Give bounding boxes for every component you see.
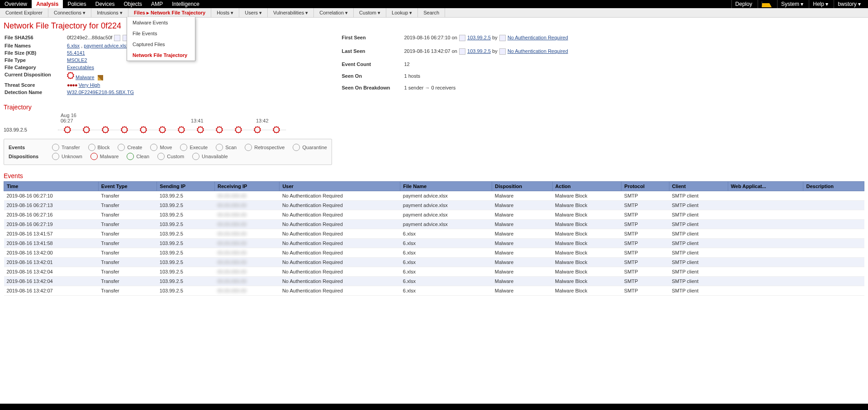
trajectory-node[interactable]: [96, 126, 115, 133]
trajectory-node[interactable]: [153, 126, 172, 133]
disp-link[interactable]: Malware: [76, 75, 95, 80]
subnav-item[interactable]: Files ▸ Network File Trajectory: [128, 8, 211, 17]
events-col-header[interactable]: File Name: [400, 182, 492, 191]
table-row[interactable]: 2019-08-16 13:42:04Transfer103.99.2.500.…: [4, 267, 864, 277]
subnav-item[interactable]: Context Explorer: [0, 8, 48, 17]
trajectory-node[interactable]: [115, 126, 134, 133]
first-by: by: [492, 35, 498, 40]
subnav-item[interactable]: Intrusions ▾: [91, 8, 128, 17]
type-label: File Type: [5, 57, 66, 63]
table-cell: Malware: [492, 267, 552, 277]
events-col-header[interactable]: Action: [552, 182, 621, 191]
table-cell: Malware: [492, 239, 552, 248]
table-row[interactable]: 2019-08-16 13:42:00Transfer103.99.2.500.…: [4, 248, 864, 258]
subnav-item[interactable]: Users ▾: [239, 8, 268, 17]
file-name-link-1[interactable]: 6.xlsx: [67, 43, 80, 48]
user-icon[interactable]: [499, 48, 506, 55]
table-row[interactable]: 2019-08-16 13:41:58Transfer103.99.2.500.…: [4, 239, 864, 248]
events-col-header[interactable]: Disposition: [492, 182, 552, 191]
table-cell: Malware Block: [552, 201, 621, 210]
file-name-link-2[interactable]: payment advice.xlsx: [84, 43, 128, 48]
score-link[interactable]: Very High: [79, 82, 100, 88]
table-row[interactable]: 2019-08-16 06:27:16Transfer103.99.2.500.…: [4, 210, 864, 220]
host-icon[interactable]: [459, 48, 465, 55]
table-row[interactable]: 2019-08-16 13:42:04Transfer103.99.2.500.…: [4, 277, 864, 286]
host-icon[interactable]: [459, 35, 465, 41]
sha-label: File SHA256: [5, 34, 66, 42]
size-link[interactable]: 55.4141: [67, 50, 85, 56]
dropdown-item[interactable]: File Events: [127, 28, 195, 39]
trajectory-node[interactable]: [210, 126, 229, 133]
dropdown-item[interactable]: Network File Trajectory: [127, 50, 195, 61]
trajectory-node[interactable]: [172, 126, 191, 133]
dropdown-item[interactable]: Malware Events: [127, 17, 195, 28]
table-cell: [803, 286, 864, 296]
subnav-item[interactable]: Connections ▾: [48, 8, 91, 17]
system-menu[interactable]: System: [777, 0, 807, 8]
trajectory-node[interactable]: [267, 126, 286, 133]
trajectory-node[interactable]: [134, 126, 153, 133]
table-cell: SMTP: [621, 239, 669, 248]
cat-link[interactable]: Executables: [67, 65, 94, 70]
events-col-header[interactable]: Time: [4, 182, 99, 191]
subnav-item[interactable]: Vulnerabilities ▾: [268, 8, 314, 17]
table-cell: Transfer: [98, 248, 157, 258]
table-cell: 6.xlsx: [400, 267, 492, 277]
table-row[interactable]: 2019-08-16 06:27:19Transfer103.99.2.500.…: [4, 220, 864, 229]
topnav-tab-policies[interactable]: Policies: [63, 0, 90, 8]
table-cell: No Authentication Required: [280, 267, 400, 277]
trajectory-node[interactable]: [248, 126, 267, 133]
user-menu[interactable]: bwstory: [834, 0, 864, 8]
last-ip-link[interactable]: 103.99.2.5: [467, 48, 491, 54]
help-menu[interactable]: Help: [809, 0, 832, 8]
first-ip-link[interactable]: 103.99.2.5: [467, 35, 491, 40]
table-row[interactable]: 2019-08-16 06:27:10Transfer103.99.2.500.…: [4, 191, 864, 201]
user-icon[interactable]: [499, 35, 506, 41]
events-col-header[interactable]: Sending IP: [157, 182, 215, 191]
trajectory-node[interactable]: [229, 126, 248, 133]
trajectory-node[interactable]: [191, 126, 210, 133]
topnav-tab-overview[interactable]: Overview: [0, 0, 32, 8]
table-cell: SMTP: [621, 286, 669, 296]
topnav-tab-analysis[interactable]: Analysis: [32, 0, 63, 8]
table-cell: payment advice.xlsx: [400, 191, 492, 201]
deploy-button[interactable]: Deploy: [731, 0, 756, 8]
subnav-item[interactable]: Lookup ▾: [386, 8, 418, 17]
events-col-header[interactable]: Description: [803, 182, 864, 191]
table-row[interactable]: 2019-08-16 13:42:07Transfer103.99.2.500.…: [4, 286, 864, 296]
topnav-tab-objects[interactable]: Objects: [119, 0, 147, 8]
dropdown-item[interactable]: Captured Files: [127, 39, 195, 50]
events-col-header[interactable]: Web Applicat...: [728, 182, 803, 191]
topnav-tab-devices[interactable]: Devices: [91, 0, 119, 8]
subnav-item[interactable]: Custom ▾: [354, 8, 386, 17]
alert-icon[interactable]: [758, 0, 775, 8]
last-user-link[interactable]: No Authentication Required: [508, 48, 568, 54]
table-row[interactable]: 2019-08-16 06:27:13Transfer103.99.2.500.…: [4, 201, 864, 210]
subnav-item[interactable]: Correlation ▾: [314, 8, 354, 17]
events-col-header[interactable]: Receiving IP: [215, 182, 280, 191]
first-user-link[interactable]: No Authentication Required: [508, 35, 568, 40]
table-cell: No Authentication Required: [280, 191, 400, 201]
pencil-icon[interactable]: [98, 75, 103, 80]
table-cell: 103.99.2.5: [157, 267, 215, 277]
table-row[interactable]: 2019-08-16 13:42:01Transfer103.99.2.500.…: [4, 258, 864, 267]
type-link[interactable]: MSOLE2: [67, 57, 87, 63]
table-cell: 103.99.2.5: [157, 220, 215, 229]
table-cell: 6.xlsx: [400, 248, 492, 258]
topnav-tab-amp[interactable]: AMP: [147, 0, 167, 8]
table-cell: [728, 286, 803, 296]
download-icon[interactable]: [114, 35, 120, 41]
topnav-tab-intelligence[interactable]: Intelligence: [167, 0, 204, 8]
trajectory-node[interactable]: [77, 126, 96, 133]
table-cell: No Authentication Required: [280, 277, 400, 286]
subnav-item[interactable]: Hosts ▾: [211, 8, 239, 17]
events-col-header[interactable]: User: [280, 182, 400, 191]
table-row[interactable]: 2019-08-16 13:41:57Transfer103.99.2.500.…: [4, 229, 864, 239]
subnav-item[interactable]: Search: [418, 8, 445, 17]
table-cell: payment advice.xlsx: [400, 210, 492, 220]
events-col-header[interactable]: Client: [669, 182, 728, 191]
det-link[interactable]: W32.0F2249E218-95.SBX.TG: [67, 90, 134, 95]
events-col-header[interactable]: Event Type: [98, 182, 157, 191]
events-col-header[interactable]: Protocol: [621, 182, 669, 191]
trajectory-node[interactable]: [58, 126, 77, 133]
